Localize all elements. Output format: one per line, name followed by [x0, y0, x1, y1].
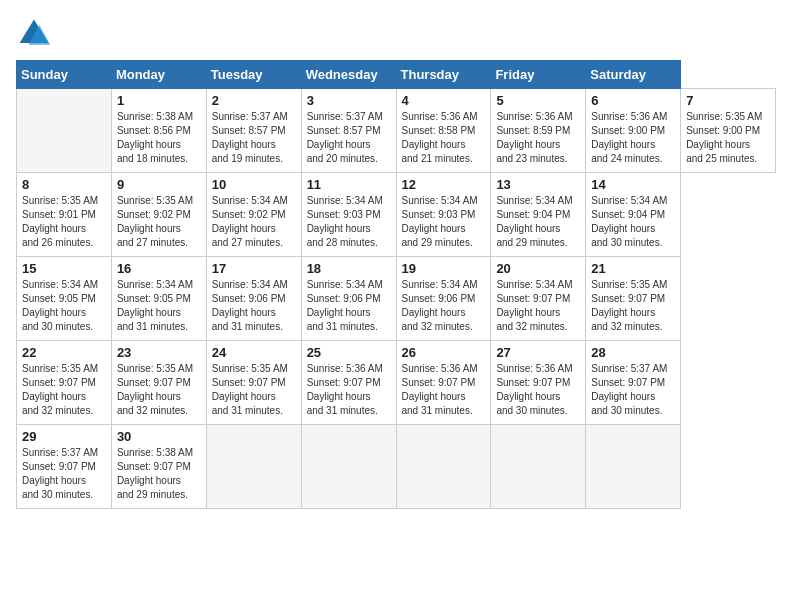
- day-info: Sunrise: 5:38 AM Sunset: 9:07 PM Dayligh…: [117, 446, 201, 502]
- day-number: 1: [117, 93, 201, 108]
- day-number: 11: [307, 177, 391, 192]
- day-cell: 20 Sunrise: 5:34 AM Sunset: 9:07 PM Dayl…: [491, 257, 586, 341]
- day-number: 6: [591, 93, 675, 108]
- day-cell: 24 Sunrise: 5:35 AM Sunset: 9:07 PM Dayl…: [206, 341, 301, 425]
- day-info: Sunrise: 5:34 AM Sunset: 9:06 PM Dayligh…: [212, 278, 296, 334]
- day-number: 22: [22, 345, 106, 360]
- day-cell: 21 Sunrise: 5:35 AM Sunset: 9:07 PM Dayl…: [586, 257, 681, 341]
- calendar-table: SundayMondayTuesdayWednesdayThursdayFrid…: [16, 60, 776, 509]
- day-cell: 6 Sunrise: 5:36 AM Sunset: 9:00 PM Dayli…: [586, 89, 681, 173]
- day-info: Sunrise: 5:37 AM Sunset: 9:07 PM Dayligh…: [591, 362, 675, 418]
- day-number: 16: [117, 261, 201, 276]
- page-header: [16, 16, 776, 52]
- day-number: 7: [686, 93, 770, 108]
- col-header-wednesday: Wednesday: [301, 61, 396, 89]
- day-info: Sunrise: 5:34 AM Sunset: 9:03 PM Dayligh…: [307, 194, 391, 250]
- day-info: Sunrise: 5:34 AM Sunset: 9:03 PM Dayligh…: [402, 194, 486, 250]
- day-cell: 15 Sunrise: 5:34 AM Sunset: 9:05 PM Dayl…: [17, 257, 112, 341]
- day-cell: 13 Sunrise: 5:34 AM Sunset: 9:04 PM Dayl…: [491, 173, 586, 257]
- week-row-5: 29 Sunrise: 5:37 AM Sunset: 9:07 PM Dayl…: [17, 425, 776, 509]
- day-cell: 7 Sunrise: 5:35 AM Sunset: 9:00 PM Dayli…: [681, 89, 776, 173]
- day-cell: 9 Sunrise: 5:35 AM Sunset: 9:02 PM Dayli…: [111, 173, 206, 257]
- day-info: Sunrise: 5:35 AM Sunset: 9:01 PM Dayligh…: [22, 194, 106, 250]
- day-info: Sunrise: 5:37 AM Sunset: 8:57 PM Dayligh…: [307, 110, 391, 166]
- day-info: Sunrise: 5:34 AM Sunset: 9:06 PM Dayligh…: [402, 278, 486, 334]
- day-cell: 12 Sunrise: 5:34 AM Sunset: 9:03 PM Dayl…: [396, 173, 491, 257]
- day-cell: 4 Sunrise: 5:36 AM Sunset: 8:58 PM Dayli…: [396, 89, 491, 173]
- day-number: 28: [591, 345, 675, 360]
- col-header-tuesday: Tuesday: [206, 61, 301, 89]
- day-cell: [491, 425, 586, 509]
- day-info: Sunrise: 5:36 AM Sunset: 9:07 PM Dayligh…: [307, 362, 391, 418]
- day-info: Sunrise: 5:36 AM Sunset: 9:00 PM Dayligh…: [591, 110, 675, 166]
- day-number: 5: [496, 93, 580, 108]
- day-info: Sunrise: 5:34 AM Sunset: 9:07 PM Dayligh…: [496, 278, 580, 334]
- day-number: 2: [212, 93, 296, 108]
- day-cell: 8 Sunrise: 5:35 AM Sunset: 9:01 PM Dayli…: [17, 173, 112, 257]
- day-number: 13: [496, 177, 580, 192]
- day-info: Sunrise: 5:37 AM Sunset: 9:07 PM Dayligh…: [22, 446, 106, 502]
- day-number: 24: [212, 345, 296, 360]
- day-cell: [396, 425, 491, 509]
- day-number: 3: [307, 93, 391, 108]
- col-header-monday: Monday: [111, 61, 206, 89]
- day-cell: 22 Sunrise: 5:35 AM Sunset: 9:07 PM Dayl…: [17, 341, 112, 425]
- day-number: 18: [307, 261, 391, 276]
- day-info: Sunrise: 5:36 AM Sunset: 9:07 PM Dayligh…: [402, 362, 486, 418]
- day-number: 10: [212, 177, 296, 192]
- week-row-2: 8 Sunrise: 5:35 AM Sunset: 9:01 PM Dayli…: [17, 173, 776, 257]
- day-number: 17: [212, 261, 296, 276]
- day-info: Sunrise: 5:36 AM Sunset: 9:07 PM Dayligh…: [496, 362, 580, 418]
- day-cell: 5 Sunrise: 5:36 AM Sunset: 8:59 PM Dayli…: [491, 89, 586, 173]
- col-header-sunday: Sunday: [17, 61, 112, 89]
- day-info: Sunrise: 5:35 AM Sunset: 9:07 PM Dayligh…: [117, 362, 201, 418]
- day-cell: [586, 425, 681, 509]
- day-cell: 2 Sunrise: 5:37 AM Sunset: 8:57 PM Dayli…: [206, 89, 301, 173]
- day-cell: 10 Sunrise: 5:34 AM Sunset: 9:02 PM Dayl…: [206, 173, 301, 257]
- day-cell: 26 Sunrise: 5:36 AM Sunset: 9:07 PM Dayl…: [396, 341, 491, 425]
- day-cell: 30 Sunrise: 5:38 AM Sunset: 9:07 PM Dayl…: [111, 425, 206, 509]
- col-header-thursday: Thursday: [396, 61, 491, 89]
- day-number: 8: [22, 177, 106, 192]
- day-number: 21: [591, 261, 675, 276]
- day-info: Sunrise: 5:35 AM Sunset: 9:07 PM Dayligh…: [212, 362, 296, 418]
- day-number: 25: [307, 345, 391, 360]
- day-info: Sunrise: 5:35 AM Sunset: 9:07 PM Dayligh…: [22, 362, 106, 418]
- col-header-saturday: Saturday: [586, 61, 681, 89]
- day-cell: 16 Sunrise: 5:34 AM Sunset: 9:05 PM Dayl…: [111, 257, 206, 341]
- col-header-friday: Friday: [491, 61, 586, 89]
- day-cell: 28 Sunrise: 5:37 AM Sunset: 9:07 PM Dayl…: [586, 341, 681, 425]
- day-info: Sunrise: 5:37 AM Sunset: 8:57 PM Dayligh…: [212, 110, 296, 166]
- day-info: Sunrise: 5:34 AM Sunset: 9:04 PM Dayligh…: [591, 194, 675, 250]
- day-cell: 23 Sunrise: 5:35 AM Sunset: 9:07 PM Dayl…: [111, 341, 206, 425]
- week-row-3: 15 Sunrise: 5:34 AM Sunset: 9:05 PM Dayl…: [17, 257, 776, 341]
- day-number: 12: [402, 177, 486, 192]
- day-cell: 14 Sunrise: 5:34 AM Sunset: 9:04 PM Dayl…: [586, 173, 681, 257]
- day-number: 14: [591, 177, 675, 192]
- day-cell: [206, 425, 301, 509]
- header-row: SundayMondayTuesdayWednesdayThursdayFrid…: [17, 61, 776, 89]
- day-cell: 19 Sunrise: 5:34 AM Sunset: 9:06 PM Dayl…: [396, 257, 491, 341]
- day-number: 30: [117, 429, 201, 444]
- day-number: 19: [402, 261, 486, 276]
- logo-icon: [16, 16, 52, 52]
- week-row-4: 22 Sunrise: 5:35 AM Sunset: 9:07 PM Dayl…: [17, 341, 776, 425]
- day-info: Sunrise: 5:34 AM Sunset: 9:05 PM Dayligh…: [22, 278, 106, 334]
- day-number: 9: [117, 177, 201, 192]
- day-number: 26: [402, 345, 486, 360]
- day-number: 29: [22, 429, 106, 444]
- day-info: Sunrise: 5:35 AM Sunset: 9:00 PM Dayligh…: [686, 110, 770, 166]
- day-cell: 1 Sunrise: 5:38 AM Sunset: 8:56 PM Dayli…: [111, 89, 206, 173]
- day-cell: [301, 425, 396, 509]
- week-row-1: 1 Sunrise: 5:38 AM Sunset: 8:56 PM Dayli…: [17, 89, 776, 173]
- day-cell: 25 Sunrise: 5:36 AM Sunset: 9:07 PM Dayl…: [301, 341, 396, 425]
- day-cell: 18 Sunrise: 5:34 AM Sunset: 9:06 PM Dayl…: [301, 257, 396, 341]
- day-number: 23: [117, 345, 201, 360]
- day-cell: 11 Sunrise: 5:34 AM Sunset: 9:03 PM Dayl…: [301, 173, 396, 257]
- day-number: 15: [22, 261, 106, 276]
- day-info: Sunrise: 5:36 AM Sunset: 8:58 PM Dayligh…: [402, 110, 486, 166]
- day-info: Sunrise: 5:38 AM Sunset: 8:56 PM Dayligh…: [117, 110, 201, 166]
- day-info: Sunrise: 5:35 AM Sunset: 9:07 PM Dayligh…: [591, 278, 675, 334]
- day-cell: 29 Sunrise: 5:37 AM Sunset: 9:07 PM Dayl…: [17, 425, 112, 509]
- day-cell: 27 Sunrise: 5:36 AM Sunset: 9:07 PM Dayl…: [491, 341, 586, 425]
